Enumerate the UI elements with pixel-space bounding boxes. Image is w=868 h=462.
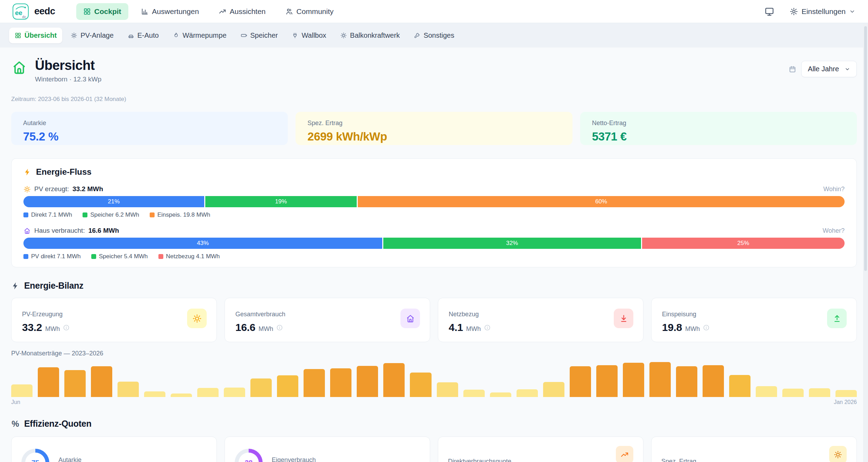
flow-row-hint: Wohin? xyxy=(823,186,845,193)
page-title: Übersicht xyxy=(35,58,101,73)
info-icon[interactable] xyxy=(276,324,283,331)
flow-segment-label: 43% xyxy=(197,240,209,247)
energy-flow-row: PV erzeugt:33.2 MWhWohin?21%19%60%Direkt… xyxy=(23,185,845,218)
balance-card-icon-chip xyxy=(187,309,207,328)
info-icon[interactable] xyxy=(703,324,710,331)
sub-nav-label: Sonstiges xyxy=(424,31,454,39)
grid-icon xyxy=(15,32,21,39)
flow-row-value: 33.2 MWh xyxy=(72,185,103,193)
scrollbar-thumb[interactable] xyxy=(864,26,867,271)
flow-segment: 43% xyxy=(23,238,382,249)
top-nav-item-community[interactable]: Community xyxy=(278,3,341,20)
energy-flow-row: Haus verbraucht:16.6 MWhWoher?43%32%25%P… xyxy=(23,227,845,260)
chart-bar xyxy=(144,391,165,397)
sub-nav-item-sonstiges[interactable]: Sonstiges xyxy=(408,28,460,43)
top-nav-label: Aussichten xyxy=(230,7,266,16)
balance-card-icon-chip xyxy=(827,309,847,328)
kpi-value: 2699 kWh/kWp xyxy=(307,130,560,143)
sub-nav-label: PV-Anlage xyxy=(80,31,114,39)
plug-icon xyxy=(292,32,298,39)
legend-item: Einspeis. 19.8 MWh xyxy=(150,211,210,218)
balance-card-einspeisung: Einspeisung19.8MWh xyxy=(651,298,857,342)
flow-segment: 60% xyxy=(357,196,845,207)
chart-bar xyxy=(118,382,139,397)
legend-label: Netzbezug 4.1 MWh xyxy=(166,253,220,260)
efficiency-card-icon-chip xyxy=(616,446,633,462)
sun-icon xyxy=(834,450,842,459)
logo-text: ee xyxy=(15,9,22,16)
primary-nav: CockpitAuswertungenAussichtenCommunity xyxy=(76,3,341,20)
top-nav-item-aussichten[interactable]: Aussichten xyxy=(212,3,273,20)
sub-nav-item-speicher[interactable]: Speicher xyxy=(235,28,284,43)
sub-nav-item-pv-anlage[interactable]: PV-Anlage xyxy=(65,28,119,43)
chart-bar xyxy=(224,388,245,397)
flow-segment-label: 25% xyxy=(737,240,749,247)
sub-nav-item-balkonkraftwerk[interactable]: Balkonkraftwerk xyxy=(335,28,405,43)
efficiency-card-text: Eigenverbrauch37.6 %Selbst genutzte PV xyxy=(272,445,322,462)
progress-ring: 75 xyxy=(21,449,49,462)
flow-row-hint: Woher? xyxy=(823,227,845,234)
chart-bar xyxy=(64,370,86,397)
energy-flow-title: Energie-Fluss xyxy=(36,167,92,177)
sub-nav-item-e-auto[interactable]: E-Auto xyxy=(122,28,164,43)
period-select[interactable]: Alle Jahre xyxy=(801,61,857,77)
legend-label: Direkt 7.1 MWh xyxy=(31,211,72,218)
balance-card-gesamtverbrauch: Gesamtverbrauch16.6MWh xyxy=(225,298,430,342)
flow-row-label: Haus verbraucht: xyxy=(34,227,85,234)
flow-segment: 21% xyxy=(23,196,204,207)
flow-row-header: Haus verbraucht:16.6 MWhWoher? xyxy=(23,227,845,234)
legend-item: Netzbezug 4.1 MWh xyxy=(158,253,220,260)
scrollbar-track[interactable] xyxy=(863,23,868,462)
gear-icon xyxy=(790,7,798,16)
legend-label: Einspeis. 19.8 MWh xyxy=(157,211,210,218)
sub-nav-label: Wallbox xyxy=(301,31,326,39)
top-nav-item-auswertungen[interactable]: Auswertungen xyxy=(134,3,206,20)
sub-nav-item-übersicht[interactable]: Übersicht xyxy=(9,28,62,43)
energy-balance-heading: Energie-Bilanz xyxy=(11,281,857,291)
bolt-icon xyxy=(11,282,20,290)
house-icon xyxy=(11,59,27,75)
chart-bar xyxy=(570,366,591,397)
page-subtitle: Winterborn · 12.3 kWp xyxy=(35,75,101,83)
sub-nav-item-wallbox[interactable]: Wallbox xyxy=(286,28,332,43)
progress-ring: 38 xyxy=(235,449,263,462)
brand-name: eedc xyxy=(34,6,55,17)
chart-bar xyxy=(38,367,59,397)
chart-title: PV-Monatserträge — 2023–2026 xyxy=(11,350,857,357)
download-icon xyxy=(619,314,628,323)
app-logo[interactable]: eedc xyxy=(13,3,29,20)
app-window: eedc eedc CockpitAuswertungenAussichtenC… xyxy=(0,0,868,462)
chart-bar xyxy=(596,365,618,397)
sub-nav-item-wärmepumpe[interactable]: Wärmepumpe xyxy=(167,28,232,43)
balance-card-label: Netzbezug xyxy=(449,311,633,318)
legend-swatch xyxy=(83,212,87,217)
flow-segment-label: 60% xyxy=(595,198,607,205)
chart-bar xyxy=(437,382,458,397)
chart-bar xyxy=(197,388,219,397)
chart-bar xyxy=(809,388,830,397)
chart-bar xyxy=(703,365,724,397)
top-nav-item-cockpit[interactable]: Cockpit xyxy=(76,3,128,20)
display-icon[interactable] xyxy=(764,7,774,16)
legend-swatch xyxy=(150,212,155,217)
efficiency-card-icon-chip xyxy=(829,446,847,462)
timerange-text: Zeitraum: 2023-06 bis 2026-01 (32 Monate… xyxy=(11,96,857,103)
kpi-card-spez-ertrag: Spez. Ertrag2699 kWh/kWp xyxy=(296,112,572,145)
efficiency-card-label: Autarkie xyxy=(58,456,100,462)
kpi-value: 5371 € xyxy=(592,130,845,143)
top-nav-label: Cockpit xyxy=(94,7,121,16)
info-icon[interactable] xyxy=(63,324,70,331)
chart-bar xyxy=(623,363,644,397)
balance-card-label: Gesamtverbrauch xyxy=(235,311,419,318)
settings-button[interactable]: Einstellungen xyxy=(790,7,855,16)
balance-card-value: 19.8 xyxy=(662,322,682,333)
logo-arc-icon xyxy=(15,5,27,10)
legend-swatch xyxy=(23,254,28,259)
axis-label-left: Jun xyxy=(11,399,20,405)
legend-label: Speicher 5.4 MWh xyxy=(99,253,148,260)
trending-up-icon xyxy=(620,450,629,459)
chart-bar xyxy=(383,363,405,397)
bolt-icon xyxy=(23,168,31,176)
info-icon[interactable] xyxy=(484,324,491,331)
kpi-row: Autarkie75.2 %Spez. Ertrag2699 kWh/kWpNe… xyxy=(11,112,857,145)
